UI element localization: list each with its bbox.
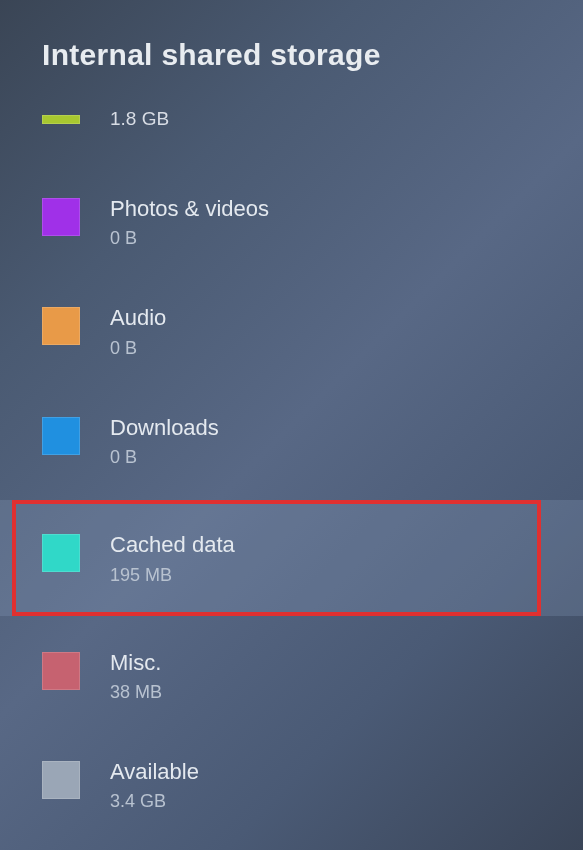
storage-item-audio[interactable]: Audio 0 B: [0, 293, 583, 370]
item-text: Available 3.4 GB: [110, 759, 199, 812]
color-swatch: [42, 652, 80, 690]
storage-item-photos-videos[interactable]: Photos & videos 0 B: [0, 184, 583, 261]
item-size: 0 B: [110, 228, 269, 249]
header: Internal shared storage: [0, 0, 583, 102]
item-size: 0 B: [110, 338, 166, 359]
color-swatch: [42, 115, 80, 124]
item-size: 0 B: [110, 447, 219, 468]
color-swatch: [42, 198, 80, 236]
item-size: 38 MB: [110, 682, 162, 703]
highlight-border: [12, 500, 541, 615]
item-label: Audio: [110, 305, 166, 331]
item-text: Cached data 195 MB: [110, 532, 235, 585]
storage-item-misc[interactable]: Misc. 38 MB: [0, 638, 583, 715]
item-text: 1.8 GB: [110, 108, 169, 130]
item-size: 195 MB: [110, 565, 235, 586]
storage-item-downloads[interactable]: Downloads 0 B: [0, 403, 583, 480]
item-label: Photos & videos: [110, 196, 269, 222]
item-label: Misc.: [110, 650, 162, 676]
item-text: Downloads 0 B: [110, 415, 219, 468]
page-title: Internal shared storage: [42, 38, 583, 72]
item-text: Audio 0 B: [110, 305, 166, 358]
item-label: Downloads: [110, 415, 219, 441]
storage-list: 1.8 GB Photos & videos 0 B Audio 0 B Dow…: [0, 96, 583, 824]
color-swatch: [42, 307, 80, 345]
storage-item-available[interactable]: Available 3.4 GB: [0, 747, 583, 824]
item-size: 1.8 GB: [110, 108, 169, 130]
item-text: Photos & videos 0 B: [110, 196, 269, 249]
storage-item-apps[interactable]: 1.8 GB: [0, 96, 583, 142]
item-label: Cached data: [110, 532, 235, 558]
color-swatch: [42, 417, 80, 455]
storage-item-cached-data[interactable]: Cached data 195 MB: [0, 500, 583, 615]
color-swatch: [42, 534, 80, 572]
item-size: 3.4 GB: [110, 791, 199, 812]
color-swatch: [42, 761, 80, 799]
item-label: Available: [110, 759, 199, 785]
item-text: Misc. 38 MB: [110, 650, 162, 703]
